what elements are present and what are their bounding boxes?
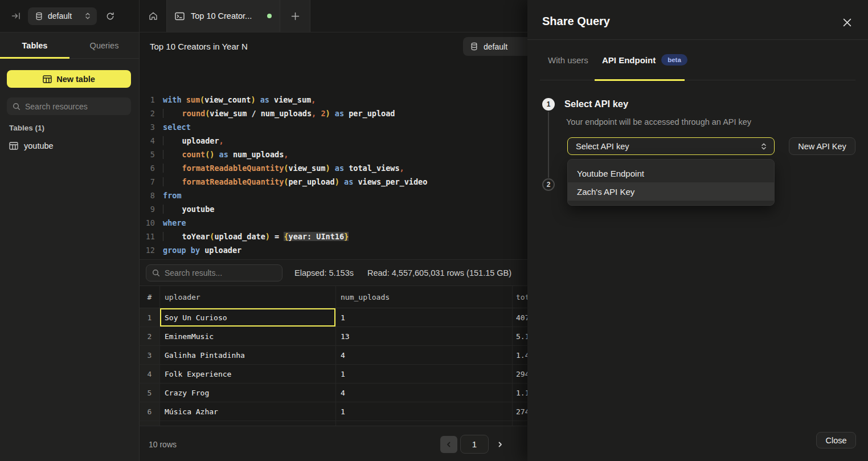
query-tab[interactable]: Top 10 Creator... xyxy=(166,0,280,32)
uploader-cell[interactable]: Crazy Frog xyxy=(160,384,336,402)
results-footer: 10 rows 1 xyxy=(140,426,527,461)
tab-tables[interactable]: Tables xyxy=(0,32,69,58)
database-selector[interactable]: default xyxy=(28,7,97,25)
current-page-button[interactable]: 1 xyxy=(460,435,489,454)
database-icon xyxy=(35,12,43,21)
next-page-button[interactable] xyxy=(492,436,509,453)
code-text: from xyxy=(163,189,182,202)
code-lines: 1with sum(view_count) as view_sum,2 roun… xyxy=(140,93,527,259)
database-selector-value: default xyxy=(48,11,72,21)
total-views-cell[interactable]: 407 xyxy=(513,308,527,327)
new-table-button[interactable]: New table xyxy=(7,70,131,88)
column-header-uploader[interactable]: uploader xyxy=(160,286,336,308)
num-uploads-cell[interactable]: 4 xyxy=(336,346,513,364)
line-number: 7 xyxy=(140,175,155,189)
line-number: 8 xyxy=(140,189,155,202)
line-number: 12 xyxy=(140,243,155,257)
uploader-cell[interactable]: Soy Un Curioso xyxy=(160,308,336,327)
terminal-icon xyxy=(175,12,185,21)
uploader-cell[interactable]: Folk Experience xyxy=(160,365,336,383)
num-uploads-cell[interactable]: 13 xyxy=(336,327,513,345)
num-uploads-cell[interactable]: 1 xyxy=(336,402,513,421)
column-header-total-views[interactable]: total_views xyxy=(513,286,527,308)
code-line: 3select xyxy=(140,120,527,134)
results-search-input[interactable] xyxy=(165,268,276,278)
code-text: youtube xyxy=(163,202,214,216)
close-button[interactable]: Close xyxy=(816,432,856,448)
collapse-sidebar-button[interactable] xyxy=(7,7,25,25)
num-uploads-cell[interactable]: 1 xyxy=(336,308,513,327)
code-text: formatReadableQuantity(per_upload) as vi… xyxy=(163,175,427,189)
column-header-index[interactable]: # xyxy=(140,286,160,308)
total-views-cell[interactable]: 5.1 xyxy=(513,327,527,345)
unsaved-changes-dot xyxy=(267,14,272,18)
line-number: 1 xyxy=(140,93,155,107)
sidebar-item-youtube[interactable]: youtube xyxy=(5,137,135,154)
row-index-cell[interactable]: 1 xyxy=(140,308,160,327)
code-text: formatReadableQuantity(view_sum) as tota… xyxy=(163,161,404,175)
search-icon xyxy=(152,269,160,277)
beta-badge: beta xyxy=(661,54,687,66)
query-header: Top 10 Creators in Year N default xyxy=(140,32,527,63)
num-uploads-cell[interactable]: 4 xyxy=(336,384,513,402)
query-tab-title: Top 10 Creator... xyxy=(191,11,261,21)
column-header-num-uploads[interactable]: num_uploads xyxy=(336,286,513,308)
total-views-cell[interactable]: 1.1 xyxy=(513,384,527,402)
tab-with-users[interactable]: With users xyxy=(548,40,588,80)
table-row: 6Música Azhar1274 xyxy=(140,402,527,421)
resource-search[interactable] xyxy=(7,97,131,115)
total-views-cell[interactable]: 1.4 xyxy=(513,346,527,364)
code-line: 11 toYear(upload_date) = {year: UInt16} xyxy=(140,230,527,243)
table-row: 4Folk Experience1294 xyxy=(140,365,527,384)
row-index-cell[interactable]: 6 xyxy=(140,402,160,421)
editor-database-value: default xyxy=(484,42,507,51)
refresh-button[interactable] xyxy=(101,7,119,25)
code-text: where xyxy=(163,216,186,230)
api-key-dropdown-value: Select API key xyxy=(576,142,629,151)
code-text: toYear(upload_date) = {year: UInt16} xyxy=(163,230,349,243)
table-item-label: youtube xyxy=(24,141,54,150)
results-toolbar: Elapsed: 5.153s Read: 4,557,605,031 rows… xyxy=(140,259,527,285)
sidebar: Tables Queries New table Tables (1) yout… xyxy=(0,32,140,461)
code-text: uploader, xyxy=(163,134,224,148)
uploader-cell[interactable]: Galinha Pintadinha xyxy=(160,346,336,364)
row-index-cell[interactable]: 5 xyxy=(140,384,160,402)
uploader-cell[interactable]: Música Azhar xyxy=(160,402,336,421)
tab-api-endpoint[interactable]: API Endpoint beta xyxy=(602,40,687,80)
code-line: 4 uploader, xyxy=(140,134,527,148)
new-tab-button[interactable] xyxy=(280,0,310,32)
api-key-menu-item[interactable]: Zach's API Key xyxy=(568,182,774,201)
table-icon xyxy=(9,142,18,150)
total-views-cell[interactable]: 294 xyxy=(513,365,527,383)
editor-database-selector[interactable]: default xyxy=(463,37,527,56)
api-key-menu-item[interactable]: Youtube Endpoint xyxy=(568,164,774,182)
resource-search-input[interactable] xyxy=(25,102,125,111)
code-line: 10where xyxy=(140,216,527,230)
chevron-up-down-icon xyxy=(84,12,91,20)
tab-queries[interactable]: Queries xyxy=(69,32,139,58)
code-line: 1with sum(view_count) as view_sum, xyxy=(140,93,527,107)
plus-icon xyxy=(291,12,300,21)
code-line: 8from xyxy=(140,189,527,202)
results-search[interactable] xyxy=(146,264,282,282)
top-bar: default Top 10 Creator... xyxy=(0,0,527,32)
uploader-cell[interactable]: EminemMusic xyxy=(160,327,336,345)
row-index-cell[interactable]: 4 xyxy=(140,365,160,383)
code-text: group by uploader xyxy=(163,243,241,257)
total-views-cell[interactable]: 274 xyxy=(513,402,527,421)
sql-editor[interactable]: 1with sum(view_count) as view_sum,2 roun… xyxy=(140,63,527,259)
step-2-indicator: 2 xyxy=(542,178,555,191)
api-key-dropdown[interactable]: Select API key xyxy=(567,137,775,155)
row-index-cell[interactable]: 3 xyxy=(140,346,160,364)
chevron-left-icon xyxy=(445,441,452,448)
home-icon xyxy=(148,11,158,21)
table-row: 2EminemMusic135.1 xyxy=(140,327,527,346)
home-button[interactable] xyxy=(140,0,166,32)
close-panel-button[interactable] xyxy=(842,17,852,27)
select-api-key-description: Your endpoint will be accessed through a… xyxy=(566,117,751,127)
step-connector-line xyxy=(548,112,549,178)
num-uploads-cell[interactable]: 1 xyxy=(336,365,513,383)
new-api-key-button[interactable]: New API Key xyxy=(789,137,855,155)
previous-page-button[interactable] xyxy=(440,436,457,453)
row-index-cell[interactable]: 2 xyxy=(140,327,160,345)
